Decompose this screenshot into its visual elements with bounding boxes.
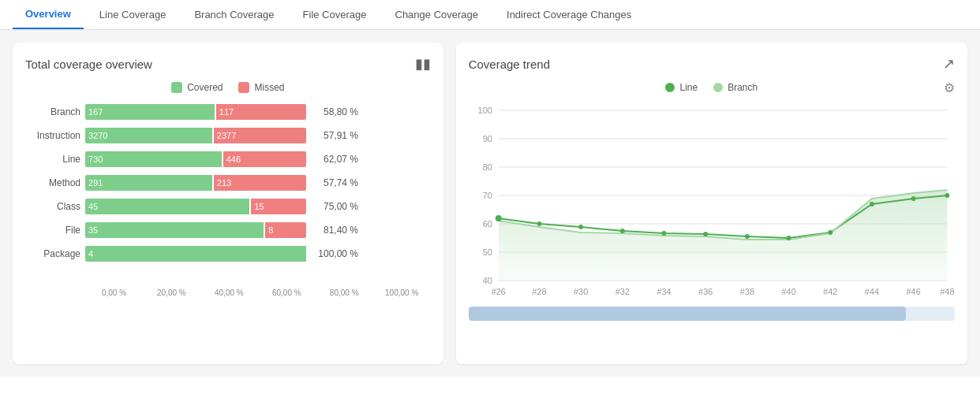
svg-text:#30: #30 bbox=[574, 287, 588, 296]
bar-container: 4 bbox=[85, 246, 306, 262]
svg-text:90: 90 bbox=[482, 134, 492, 143]
bar-label: Instruction bbox=[25, 130, 80, 141]
bar-covered: 45 bbox=[85, 199, 249, 214]
line-dot-green bbox=[665, 83, 675, 92]
bar-row: Branch 167 117 58,80 % bbox=[25, 104, 431, 120]
svg-text:60: 60 bbox=[482, 219, 492, 229]
svg-text:#48: #48 bbox=[940, 287, 954, 296]
x-tick: 20,00 % bbox=[143, 288, 200, 297]
line-chart-icon: ↗ bbox=[943, 55, 955, 73]
svg-text:#32: #32 bbox=[615, 287, 629, 296]
bar-row: Instruction 3270 2377 57,91 % bbox=[25, 128, 431, 143]
bar-container: 3270 2377 bbox=[85, 128, 306, 143]
range-selector[interactable] bbox=[469, 307, 955, 321]
svg-text:#28: #28 bbox=[532, 287, 546, 296]
bar-row: Class 45 15 75,00 % bbox=[25, 199, 431, 214]
svg-text:#34: #34 bbox=[656, 287, 671, 296]
bar-label: Branch bbox=[25, 106, 80, 117]
tab-branch-coverage[interactable]: Branch Coverage bbox=[181, 1, 286, 28]
bar-covered: 730 bbox=[85, 151, 222, 167]
svg-text:#36: #36 bbox=[698, 287, 713, 296]
svg-point-23 bbox=[870, 202, 874, 206]
tab-line-coverage[interactable]: Line Coverage bbox=[87, 1, 179, 28]
bar-row: Method 291 213 57,74 % bbox=[25, 175, 431, 191]
svg-point-22 bbox=[828, 230, 832, 235]
right-panel-header: Coverage trend ↗ bbox=[469, 55, 955, 73]
line-label: Line bbox=[679, 82, 698, 93]
tab-overview[interactable]: Overview bbox=[13, 0, 84, 29]
svg-point-21 bbox=[786, 236, 791, 240]
bar-missed: 15 bbox=[251, 199, 306, 214]
right-panel-title: Coverage trend bbox=[469, 58, 550, 71]
branch-dot-light bbox=[713, 83, 723, 92]
bar-container: 45 15 bbox=[85, 199, 306, 214]
x-tick: 100,00 % bbox=[373, 288, 431, 297]
bar-missed: 2377 bbox=[214, 128, 306, 143]
bar-pct: 57,74 % bbox=[311, 177, 358, 188]
legend-branch: Branch bbox=[713, 82, 757, 93]
svg-point-20 bbox=[745, 234, 750, 239]
svg-point-24 bbox=[911, 196, 915, 201]
bar-missed: 117 bbox=[216, 104, 306, 120]
svg-point-15 bbox=[537, 221, 541, 226]
bar-missed: 446 bbox=[223, 151, 306, 167]
left-panel-title: Total coverage overview bbox=[25, 58, 152, 71]
bar-legend: Covered Missed bbox=[25, 82, 431, 93]
bar-missed: 213 bbox=[214, 175, 306, 191]
tab-indirect-coverage[interactable]: Indirect Coverage Changes bbox=[494, 1, 644, 28]
left-panel: Total coverage overview ▮▮ Covered Misse… bbox=[13, 43, 443, 364]
svg-point-14 bbox=[495, 215, 501, 221]
bar-label: Method bbox=[25, 177, 80, 188]
bar-covered: 35 bbox=[85, 222, 264, 238]
bar-missed: 8 bbox=[265, 222, 306, 238]
svg-point-19 bbox=[703, 232, 708, 236]
covered-label: Covered bbox=[187, 82, 223, 93]
bar-covered: 291 bbox=[85, 175, 212, 191]
x-tick: 60,00 % bbox=[258, 288, 316, 297]
bar-label: Package bbox=[25, 248, 80, 259]
bar-pct: 81,40 % bbox=[311, 225, 358, 236]
svg-text:#40: #40 bbox=[781, 287, 795, 296]
svg-text:#42: #42 bbox=[823, 287, 837, 296]
svg-text:#26: #26 bbox=[491, 287, 505, 296]
x-axis: 0,00 %20,00 %40,00 %60,00 %80,00 %100,00… bbox=[25, 288, 431, 297]
bar-chart-icon: ▮▮ bbox=[415, 55, 431, 73]
bar-pct: 100,00 % bbox=[311, 248, 358, 259]
line-chart-svg: 100 90 80 70 60 50 40 bbox=[469, 99, 955, 304]
x-tick: 40,00 % bbox=[200, 288, 258, 297]
bar-covered: 3270 bbox=[85, 128, 212, 143]
line-chart-wrapper: 100 90 80 70 60 50 40 bbox=[469, 99, 955, 321]
missed-label: Missed bbox=[254, 82, 284, 93]
bar-row: Line 730 446 62,07 % bbox=[25, 151, 431, 167]
bar-container: 291 213 bbox=[85, 175, 306, 191]
svg-text:#38: #38 bbox=[739, 287, 754, 296]
legend-missed: Missed bbox=[238, 82, 284, 93]
svg-text:#44: #44 bbox=[865, 287, 879, 296]
bar-pct: 75,00 % bbox=[311, 201, 358, 212]
left-panel-header: Total coverage overview ▮▮ bbox=[25, 55, 431, 73]
bar-label: Line bbox=[25, 154, 80, 165]
main-content: Total coverage overview ▮▮ Covered Misse… bbox=[0, 30, 980, 377]
svg-text:70: 70 bbox=[482, 191, 492, 200]
svg-point-16 bbox=[578, 225, 583, 229]
x-tick: 80,00 % bbox=[316, 288, 373, 297]
svg-text:#46: #46 bbox=[906, 287, 920, 296]
legend-line: Line bbox=[665, 82, 698, 93]
bar-pct: 58,80 % bbox=[311, 106, 358, 117]
settings-icon[interactable]: ⚙ bbox=[944, 80, 955, 95]
tab-bar: Overview Line Coverage Branch Coverage F… bbox=[0, 0, 980, 30]
svg-point-18 bbox=[661, 231, 666, 236]
tab-file-coverage[interactable]: File Coverage bbox=[290, 1, 380, 28]
svg-point-17 bbox=[620, 229, 625, 233]
bar-covered: 4 bbox=[85, 246, 306, 262]
bar-container: 167 117 bbox=[85, 104, 306, 120]
svg-text:100: 100 bbox=[477, 106, 492, 115]
tab-change-coverage[interactable]: Change Coverage bbox=[383, 1, 492, 28]
bar-row: File 35 8 81,40 % bbox=[25, 222, 431, 238]
bar-chart: Branch 167 117 58,80 % Instruction 3270 … bbox=[25, 104, 431, 285]
bar-label: Class bbox=[25, 201, 80, 212]
bar-row: Package 4 100,00 % bbox=[25, 246, 431, 262]
x-tick: 0,00 % bbox=[85, 288, 143, 297]
bar-covered: 167 bbox=[85, 104, 215, 120]
svg-text:80: 80 bbox=[482, 162, 492, 172]
